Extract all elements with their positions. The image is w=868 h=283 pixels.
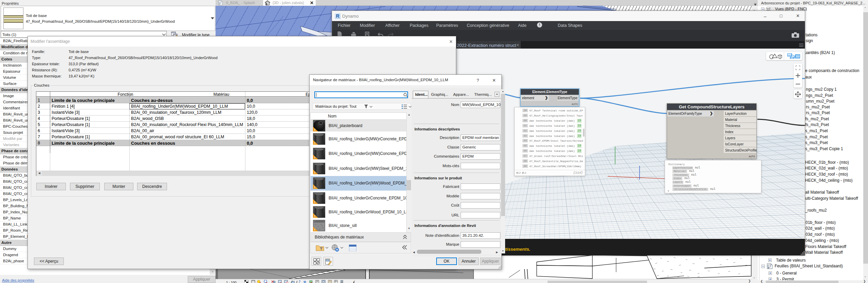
svg-text:!: !: [314, 156, 315, 159]
svg-text:!: !: [314, 214, 315, 218]
svg-text:!: !: [314, 185, 315, 189]
svg-text:!: !: [314, 141, 315, 145]
svg-text:!: !: [314, 200, 315, 204]
svg-text:!: !: [314, 228, 315, 231]
svg-text:!: !: [314, 171, 315, 174]
svg-text:!: !: [314, 128, 315, 131]
